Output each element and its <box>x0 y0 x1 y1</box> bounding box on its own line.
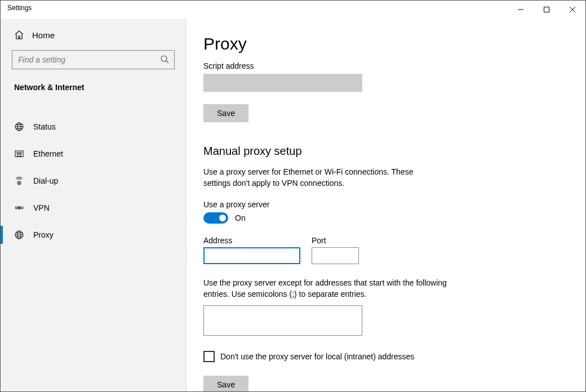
proxy-icon <box>14 230 24 240</box>
script-address-label: Script address <box>203 61 569 70</box>
sidebar: Home Network & Internet Status <box>1 19 187 391</box>
svg-line-5 <box>166 61 168 63</box>
use-proxy-label: Use a proxy server <box>203 200 569 209</box>
home-nav[interactable]: Home <box>1 24 186 46</box>
sidebar-item-label: VPN <box>33 203 50 212</box>
port-label: Port <box>312 236 359 245</box>
minimize-button[interactable] <box>508 1 534 19</box>
svg-point-20 <box>15 207 17 209</box>
exceptions-desc: Use the proxy server except for addresse… <box>203 278 451 300</box>
sidebar-item-vpn[interactable]: VPN <box>1 194 186 221</box>
svg-rect-1 <box>544 7 549 12</box>
window-title: Settings <box>7 4 32 12</box>
home-icon <box>14 30 24 40</box>
close-button[interactable] <box>560 1 585 19</box>
ethernet-icon <box>14 149 24 159</box>
globe-icon <box>14 122 24 132</box>
exceptions-input[interactable] <box>203 305 362 336</box>
content-area: Proxy Script address Save Manual proxy s… <box>187 19 585 391</box>
sidebar-item-label: Ethernet <box>33 149 63 158</box>
script-address-input <box>203 74 362 92</box>
home-label: Home <box>32 30 55 40</box>
svg-point-21 <box>21 207 23 209</box>
sidebar-item-status[interactable]: Status <box>1 113 186 140</box>
bypass-local-label: Don't use the proxy server for local (in… <box>220 352 414 361</box>
page-title: Proxy <box>203 34 569 54</box>
svg-rect-12 <box>17 154 21 157</box>
dialup-icon <box>14 176 24 186</box>
search-input[interactable] <box>12 50 175 69</box>
sidebar-item-label: Status <box>33 122 56 131</box>
svg-point-19 <box>19 182 20 184</box>
sidebar-item-label: Dial-up <box>33 176 58 185</box>
toggle-state-label: On <box>235 213 246 222</box>
port-input[interactable] <box>312 247 359 264</box>
sidebar-item-label: Proxy <box>33 230 54 239</box>
sidebar-item-dialup[interactable]: Dial-up <box>1 167 186 194</box>
address-label: Address <box>203 236 300 245</box>
settings-window: Settings Home Network & In <box>0 0 586 392</box>
manual-setup-title: Manual proxy setup <box>203 145 569 158</box>
svg-point-4 <box>161 56 167 61</box>
save-manual-button[interactable]: Save <box>203 376 248 391</box>
manual-setup-desc: Use a proxy server for Ethernet or Wi-Fi… <box>203 167 440 189</box>
save-script-button[interactable]: Save <box>203 104 248 122</box>
titlebar: Settings <box>1 1 585 19</box>
bypass-local-checkbox[interactable] <box>203 351 215 362</box>
sidebar-item-proxy[interactable]: Proxy <box>1 221 186 248</box>
search-icon <box>160 55 169 65</box>
address-input[interactable] <box>203 247 300 264</box>
vpn-icon <box>14 203 24 213</box>
maximize-button[interactable] <box>534 1 560 19</box>
category-label: Network & Internet <box>1 77 186 97</box>
search-wrapper <box>12 50 175 69</box>
use-proxy-toggle[interactable] <box>203 212 228 224</box>
sidebar-item-ethernet[interactable]: Ethernet <box>1 140 186 167</box>
